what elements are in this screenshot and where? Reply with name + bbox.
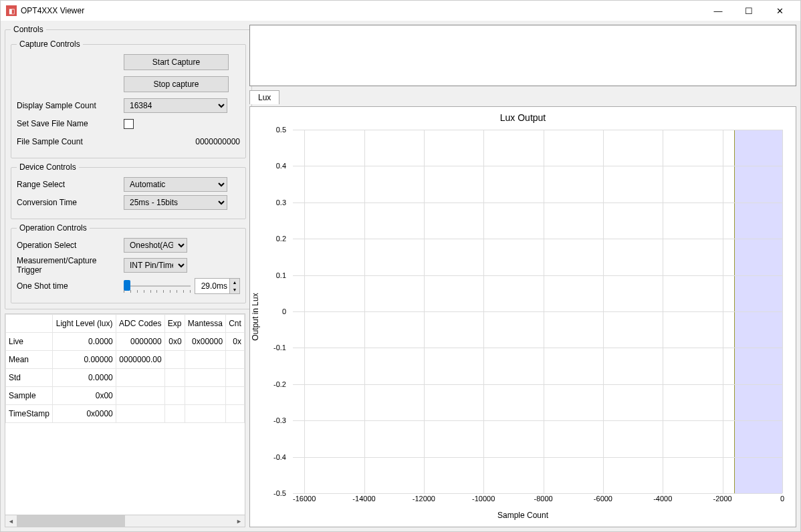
xtick: -6000 <box>594 495 612 503</box>
ytick: 0.3 <box>276 198 286 207</box>
tab-lux[interactable]: Lux <box>249 90 279 104</box>
xtick: -16000 <box>293 495 316 503</box>
ytick: -0.1 <box>273 344 286 352</box>
chart-title: Lux Output <box>250 112 796 123</box>
ytick: 0 <box>282 307 286 315</box>
display-sample-count-select[interactable]: 16384 <box>124 98 227 113</box>
table-cell: 0.0000 <box>53 369 116 387</box>
controls-legend: Controls <box>11 25 46 34</box>
table-header[interactable]: Exp <box>164 315 185 333</box>
save-file-checkbox[interactable] <box>124 119 134 129</box>
operation-select[interactable]: Oneshot(AGC) <box>124 238 187 253</box>
table-cell <box>164 405 185 423</box>
capture-legend: Capture Controls <box>17 39 83 49</box>
table-cell <box>185 405 225 423</box>
save-file-label: Set Save File Name <box>17 119 124 128</box>
table-cell <box>164 387 185 405</box>
minimize-button[interactable]: — <box>703 1 733 21</box>
table-cell <box>226 405 245 423</box>
xtick: 0 <box>780 495 784 503</box>
table-header[interactable] <box>6 315 53 333</box>
spinner-down-icon[interactable]: ▼ <box>230 286 239 293</box>
close-button[interactable]: ✕ <box>764 1 795 21</box>
table-hscrollbar[interactable]: ◄ ► <box>5 515 245 527</box>
table-cell <box>164 369 185 387</box>
xtick: -12000 <box>413 495 435 503</box>
table-header[interactable]: ADC Codes <box>116 315 164 333</box>
table-cell: 0.0000 <box>53 333 116 351</box>
app-icon: ◧ <box>6 5 17 16</box>
table-cell <box>226 351 245 369</box>
table-header[interactable]: Cnt <box>226 315 245 333</box>
table-cell: 0.00000 <box>53 351 116 369</box>
table-cell <box>226 369 245 387</box>
ytick: -0.5 <box>273 489 286 497</box>
conversion-time-select[interactable]: 25ms - 15bits <box>124 195 227 210</box>
xtick: -10000 <box>472 495 495 503</box>
xtick: -14000 <box>352 495 375 503</box>
operation-select-label: Operation Select <box>17 241 124 250</box>
table-cell <box>164 351 185 369</box>
app-window: ◧ OPT4XXX Viewer — ☐ ✕ Controls Capture … <box>0 0 801 532</box>
table-cell: 0000000 <box>116 333 164 351</box>
table-cell: 0000000.00 <box>116 351 164 369</box>
ytick: 0.5 <box>276 126 286 134</box>
maximize-button[interactable]: ☐ <box>733 1 764 21</box>
device-legend: Device Controls <box>17 162 79 172</box>
table-cell: Mean <box>6 351 53 369</box>
chart-tabbar: Lux <box>249 89 796 104</box>
table-cell: 0x0 <box>164 333 185 351</box>
table-cell <box>226 387 245 405</box>
ytick: -0.2 <box>273 380 286 388</box>
table-cell: Live <box>6 333 53 351</box>
ytick: 0.1 <box>276 271 286 279</box>
table-cell <box>116 387 164 405</box>
trigger-select[interactable]: INT Pin/Timer <box>124 258 187 273</box>
table-cell <box>116 405 164 423</box>
chart-xlabel: Sample Count <box>250 511 796 520</box>
range-select[interactable]: Automatic <box>124 177 227 192</box>
oneshot-value[interactable] <box>195 279 229 293</box>
xtick: -8000 <box>534 495 553 503</box>
controls-group: Controls Capture Controls Start Capture … <box>5 25 252 309</box>
table-cell: 0x0000 <box>53 405 116 423</box>
oneshot-spinner[interactable]: ▲▼ <box>195 278 240 294</box>
oneshot-time-label: One Shot time <box>17 281 124 291</box>
operation-controls-group: Operation Controls Operation Select Ones… <box>11 223 246 303</box>
table-row: Sample0x00 <box>6 387 245 405</box>
device-controls-group: Device Controls Range Select Automatic C… <box>11 162 246 219</box>
xtick: -2000 <box>713 495 732 503</box>
table-cell: 0x <box>226 333 245 351</box>
table-cell <box>185 387 225 405</box>
spinner-up-icon[interactable]: ▲ <box>230 279 239 286</box>
oneshot-slider[interactable] <box>124 279 191 293</box>
display-sample-count-label: Display Sample Count <box>17 101 124 110</box>
operation-legend: Operation Controls <box>17 223 90 233</box>
ytick: 0.2 <box>276 235 286 243</box>
start-capture-button[interactable]: Start Capture <box>124 54 229 70</box>
table-header[interactable]: Light Level (lux) <box>53 315 116 333</box>
capture-controls-group: Capture Controls Start Capture Stop capt… <box>11 39 246 158</box>
stop-capture-button[interactable]: Stop capture <box>124 76 229 92</box>
table-cell <box>185 351 225 369</box>
scroll-thumb[interactable] <box>17 515 125 527</box>
table-header[interactable]: Mantessa <box>185 315 225 333</box>
table-row: Live0.000000000000x00x000000x <box>6 333 245 351</box>
table-cell: Std <box>6 369 53 387</box>
top-display-box <box>249 25 796 86</box>
lux-chart[interactable]: Lux Output Output in Lux Sample Count 0.… <box>249 106 796 527</box>
scroll-left-icon[interactable]: ◄ <box>5 515 17 527</box>
table-cell <box>116 369 164 387</box>
table-row: TimeStamp0x0000 <box>6 405 245 423</box>
title-bar[interactable]: ◧ OPT4XXX Viewer — ☐ ✕ <box>1 1 800 21</box>
xtick: -4000 <box>653 495 672 503</box>
scroll-right-icon[interactable]: ► <box>233 515 245 527</box>
table-cell: Sample <box>6 387 53 405</box>
ytick: 0.4 <box>276 162 286 170</box>
table-row: Std0.0000 <box>6 369 245 387</box>
data-table: Light Level (lux)ADC CodesExpMantessaCnt… <box>5 313 245 527</box>
trigger-label: Measurement/Capture Trigger <box>17 256 124 275</box>
ytick: -0.4 <box>273 453 286 461</box>
table-row: Mean0.000000000000.00 <box>6 351 245 369</box>
window-title: OPT4XXX Viewer <box>21 6 84 15</box>
